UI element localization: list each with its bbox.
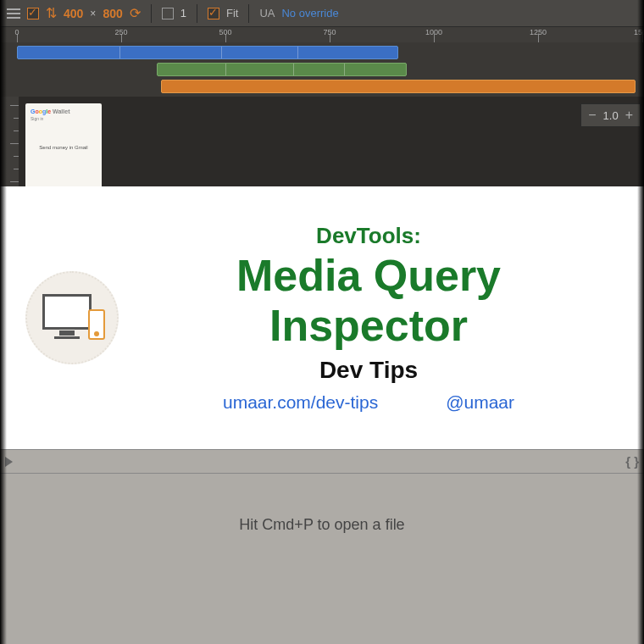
fit-label: Fit bbox=[226, 7, 238, 19]
dimension-separator: × bbox=[90, 8, 96, 19]
zoom-out-button[interactable]: − bbox=[588, 108, 596, 123]
media-query-inspector bbox=[0, 42, 644, 97]
page-headline: Send money in Gmail bbox=[31, 145, 97, 150]
ruler-label: 0 bbox=[14, 28, 19, 36]
screen-icon[interactable] bbox=[162, 8, 174, 19]
fit-checkbox[interactable] bbox=[208, 8, 219, 19]
sources-panel: { } Hit Cmd+P to open a file bbox=[0, 449, 644, 644]
banner-title-line1: Media Query bbox=[119, 253, 619, 299]
ruler-label: 750 bbox=[323, 28, 336, 36]
dimensions-checkbox[interactable] bbox=[27, 8, 39, 19]
open-file-hint: Hit Cmd+P to open a file bbox=[0, 474, 644, 534]
monitor-icon bbox=[42, 294, 92, 330]
swap-dimensions-icon[interactable]: ⇅ bbox=[46, 5, 57, 21]
ruler-label: 250 bbox=[114, 28, 127, 36]
zoom-controls: − 1.0 + bbox=[580, 103, 641, 127]
banner-subtitle: DevTools: bbox=[119, 223, 619, 249]
phone-icon bbox=[88, 309, 105, 340]
height-value[interactable]: 800 bbox=[103, 7, 122, 20]
page-signin: Sign in bbox=[31, 116, 97, 121]
banner-title-line2: Inspector bbox=[119, 303, 619, 349]
sources-toolbar: { } bbox=[0, 450, 644, 474]
devices-icon bbox=[25, 271, 119, 364]
media-query-bar-min[interactable] bbox=[161, 80, 636, 93]
banner-devtips: Dev Tips bbox=[119, 357, 619, 384]
menu-icon[interactable] bbox=[7, 8, 20, 19]
refresh-icon[interactable]: ⟳ bbox=[130, 5, 141, 21]
media-query-bar-range[interactable] bbox=[157, 63, 407, 76]
device-toolbar: ⇅ 400 × 800 ⟳ 1 Fit UA No override bbox=[0, 0, 644, 27]
rendered-page: Google Wallet Sign in Send money in Gmai… bbox=[25, 103, 102, 188]
handle-link[interactable]: @umaar bbox=[446, 392, 514, 413]
title-banner: DevTools: Media Query Inspector Dev Tips… bbox=[0, 186, 644, 449]
ruler-label: 1250 bbox=[530, 28, 547, 36]
width-value[interactable]: 400 bbox=[64, 7, 83, 20]
ruler-label: 1000 bbox=[425, 28, 442, 36]
site-link[interactable]: umaar.com/dev-tips bbox=[223, 392, 378, 413]
page-logo: Google Wallet bbox=[31, 108, 97, 114]
horizontal-ruler: 0 250 500 750 1000 1250 1500 bbox=[0, 27, 644, 42]
media-query-bar-max[interactable] bbox=[17, 46, 398, 59]
zoom-in-button[interactable]: + bbox=[625, 108, 633, 123]
ruler-label: 500 bbox=[219, 28, 231, 36]
ua-label: UA bbox=[259, 7, 275, 19]
ua-value[interactable]: No override bbox=[281, 7, 338, 19]
dpr-value[interactable]: 1 bbox=[180, 7, 186, 19]
zoom-level: 1.0 bbox=[603, 109, 619, 122]
